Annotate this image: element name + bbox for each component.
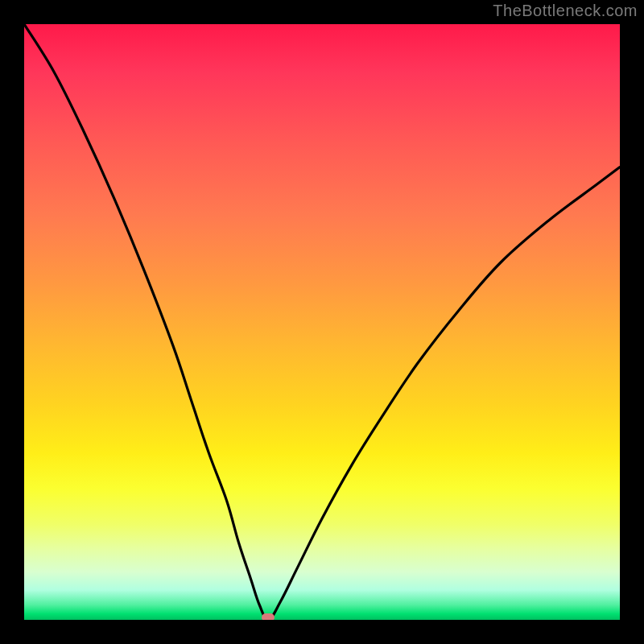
plot-area [24, 24, 620, 620]
watermark-text: TheBottleneck.com [493, 2, 638, 20]
bottleneck-curve [24, 24, 620, 620]
chart-container: TheBottleneck.com [0, 0, 644, 644]
curve-svg [24, 24, 620, 620]
optimal-point-marker [262, 613, 275, 620]
